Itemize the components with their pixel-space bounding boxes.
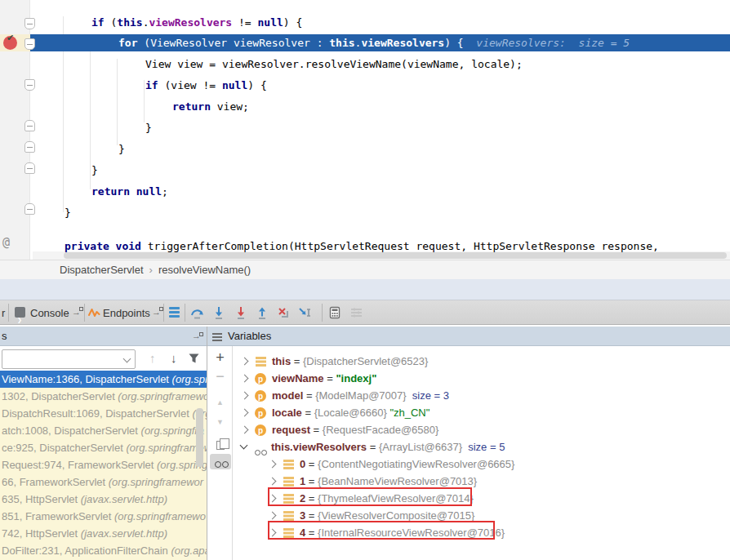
filter-funnel-icon[interactable]: [188, 353, 200, 364]
code-line: }: [65, 207, 71, 220]
step-over-icon[interactable]: [190, 306, 204, 319]
code-token: }: [118, 143, 125, 155]
code-token: ) {: [283, 16, 302, 29]
code-line: View view = viewResolver.resolveViewName…: [145, 58, 523, 71]
stack-frame-row[interactable]: DispatchResult:1069, DispatcherServlet (…: [0, 405, 207, 422]
prev-frame-icon[interactable]: ↑: [149, 351, 156, 365]
code-token: return: [172, 100, 217, 113]
indent-guide: [117, 59, 118, 145]
debug-toolbar: r Console Endpoints: [0, 300, 730, 325]
code-token: !=: [232, 16, 257, 29]
code-token: View view = viewResolver.resolveViewName…: [145, 58, 523, 70]
tab-endpoints[interactable]: Endpoints: [87, 300, 162, 324]
open-in-new-icon[interactable]: [152, 300, 163, 324]
variables-menu-icon[interactable]: [212, 333, 222, 343]
code-token: (view !=: [164, 79, 221, 91]
stack-frame-row[interactable]: ce:925, DispatcherServlet (org.springfra…: [0, 439, 207, 456]
code-line: return view;: [172, 100, 249, 113]
scroll-up-icon: ▲: [207, 398, 233, 407]
code-token: }: [145, 122, 152, 134]
fold-marker[interactable]: [24, 162, 35, 174]
force-step-into-icon[interactable]: [234, 306, 248, 319]
expand-chevron-icon[interactable]: [269, 512, 277, 520]
expand-chevron-icon[interactable]: [241, 409, 249, 417]
code-line: }: [145, 122, 152, 135]
show-watches-toggle-icon[interactable]: [207, 454, 233, 470]
add-watch-icon[interactable]: +: [207, 349, 233, 367]
verified-breakpoint-icon[interactable]: [3, 36, 17, 50]
run-to-cursor-icon[interactable]: [298, 306, 312, 319]
variable-row[interactable]: this = {DispatcherServlet@6523}: [234, 353, 730, 370]
fold-marker[interactable]: [24, 38, 35, 50]
editor-hscrollbar-thumb[interactable]: [64, 252, 727, 259]
parameter-icon: [255, 373, 266, 384]
expand-chevron-icon[interactable]: [241, 375, 249, 383]
step-out-icon[interactable]: [256, 306, 269, 319]
open-in-new-icon[interactable]: [72, 300, 83, 324]
stack-frame-row[interactable]: atch:1008, DispatcherServlet (org.spring…: [0, 422, 207, 439]
variable-row-expanded[interactable]: this.viewResolvers = {ArrayList@6637} si…: [234, 438, 730, 456]
variable-row-child[interactable]: 0 = {ContentNegotiatingViewResolver@6665…: [234, 456, 730, 473]
toolbar-separator: [8, 304, 9, 322]
stack-frame-row[interactable]: 66, FrameworkServlet (org.springframewor: [0, 473, 207, 491]
parameter-icon: [255, 424, 266, 436]
fold-marker[interactable]: [24, 18, 35, 29]
fold-marker[interactable]: [24, 79, 35, 91]
fold-marker[interactable]: [24, 141, 35, 153]
open-in-new-icon[interactable]: [192, 326, 203, 349]
annotation-box: [268, 487, 472, 506]
ide-debug-window: if (this.viewResolvers != null) { for (V…: [0, 0, 730, 560]
debug-panel-headers: s Variables: [0, 327, 730, 346]
variable-row[interactable]: request = {RequestFacade@6580}: [234, 421, 730, 438]
variable-row[interactable]: model = {ModelMap@7007} size = 3: [234, 387, 730, 404]
fold-marker[interactable]: [24, 120, 35, 131]
code-token: if: [91, 16, 110, 29]
debug-window-header-strip: [0, 279, 730, 300]
endpoints-icon: [88, 307, 100, 318]
stack-frame-row[interactable]: DoFilter:231, ApplicationFilterChain (or…: [0, 542, 207, 559]
code-token: view;: [217, 100, 249, 113]
code-token: for: [118, 37, 144, 49]
console-icon: [15, 307, 25, 318]
code-line: if (view != null) {: [145, 79, 267, 92]
stack-frame-row[interactable]: 851, FrameworkServlet (org.springframewo: [0, 508, 207, 525]
show-execution-point-icon[interactable]: [167, 307, 181, 320]
evaluate-expression-icon[interactable]: [328, 306, 342, 319]
tab-label: Endpoints: [103, 301, 150, 325]
code-token: null: [222, 79, 247, 91]
expand-chevron-icon[interactable]: [269, 478, 277, 486]
frames-scrollbar-thumb[interactable]: [196, 408, 203, 467]
code-line: }: [91, 164, 98, 177]
tab-debugger-cut[interactable]: r: [2, 300, 5, 324]
expand-chevron-icon[interactable]: [241, 358, 249, 366]
value-icon: [283, 511, 294, 513]
thread-selector-dropdown[interactable]: -nio-8080-exec-2"@6,2...: [2, 349, 136, 369]
code-token: (ViewResolver viewResolver :: [144, 37, 329, 49]
variable-row[interactable]: locale = {Locale@6660} "zh_CN": [234, 404, 730, 421]
step-into-icon[interactable]: [212, 306, 226, 319]
annotation-box: [268, 521, 495, 540]
stack-frame-row[interactable]: Request:974, FrameworkServlet (org.sprin…: [0, 456, 207, 473]
expand-chevron-icon[interactable]: [269, 460, 277, 469]
drop-frame-icon[interactable]: [277, 306, 291, 319]
debugger-inline-hint: viewResolvers: size = 5: [476, 37, 630, 49]
stack-frame-row-selected[interactable]: ViewName:1366, DispatcherServlet (org.sp…: [0, 371, 207, 388]
chevron-down-icon: [123, 355, 131, 363]
next-frame-icon[interactable]: ↓: [171, 351, 177, 365]
variable-row[interactable]: viewName = "indexj": [234, 370, 730, 387]
breadcrumb-method[interactable]: resolveViewName(): [158, 264, 251, 276]
stack-frame-row[interactable]: 1302, DispatcherServlet (org.springframe…: [0, 388, 207, 405]
collapse-chevron-icon[interactable]: [240, 442, 248, 450]
stack-frame-row[interactable]: 742, HttpServlet (javax.servlet.http): [0, 525, 207, 542]
tab-console[interactable]: Console: [11, 300, 83, 324]
code-token: if: [145, 79, 164, 91]
expand-chevron-icon[interactable]: [241, 392, 249, 400]
scroll-down-icon: ▼: [207, 418, 233, 426]
expand-chevron-icon[interactable]: [241, 426, 249, 434]
duplicate-watch-icon[interactable]: [207, 438, 233, 452]
stack-frame-row[interactable]: 635, HttpServlet (javax.servlet.http): [0, 491, 207, 508]
value-icon: [283, 460, 294, 462]
indent-guide: [90, 38, 91, 189]
breadcrumb-class[interactable]: DispatcherServlet: [60, 264, 144, 276]
fold-marker[interactable]: [24, 203, 35, 215]
